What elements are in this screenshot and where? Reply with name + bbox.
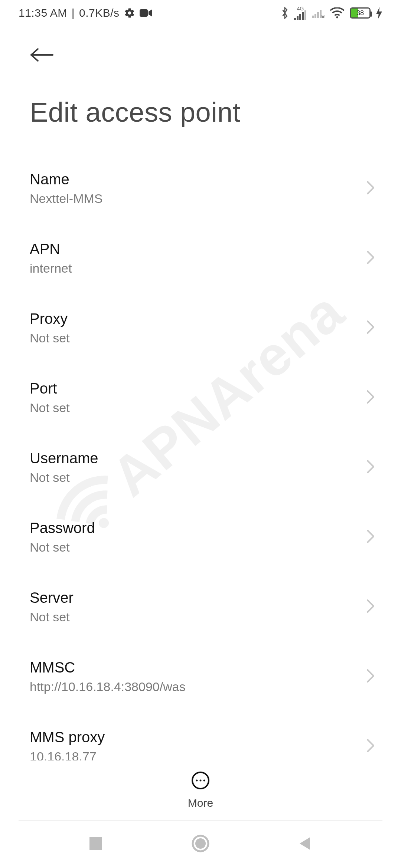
setting-value: internet [30,261,358,276]
setting-value: Not set [30,401,358,415]
setting-row-proxy[interactable]: ProxyNot set [30,293,379,363]
setting-value: Not set [30,540,358,555]
settings-list[interactable]: NameNexttel-MMSAPNinternetProxyNot setPo… [0,139,401,851]
svg-rect-6 [312,16,314,18]
setting-label: Port [30,380,358,397]
setting-row-name[interactable]: NameNexttel-MMS [30,154,379,224]
bluetooth-icon [281,7,289,19]
navigation-bar [0,821,401,868]
svg-rect-16 [89,837,102,850]
signal-bars-icon [294,10,307,20]
setting-row-main: ProxyNot set [30,310,358,345]
setting-label: MMSC [30,659,358,676]
arrow-left-icon [30,47,54,64]
setting-value: http://10.16.18.4:38090/was [30,680,358,694]
nav-home-button[interactable] [191,834,210,855]
setting-value: Nexttel-MMS [30,191,358,206]
setting-row-main: MMSChttp://10.16.18.4:38090/was [30,659,358,694]
svg-rect-3 [299,14,301,20]
setting-label: Name [30,171,358,188]
setting-row-main: PasswordNot set [30,520,358,555]
wifi-icon [330,7,345,19]
signal-1: 4G [294,6,307,20]
svg-point-13 [196,780,198,782]
back-button[interactable] [30,46,56,65]
battery-percent: 38 [351,8,369,18]
setting-row-mmsc[interactable]: MMSChttp://10.16.18.4:38090/was [30,642,379,712]
svg-rect-4 [302,12,304,20]
setting-label: Username [30,450,358,467]
more-label: More [188,797,213,809]
svg-point-18 [195,838,206,849]
svg-rect-2 [297,16,299,20]
setting-label: Server [30,589,358,606]
svg-point-10 [336,16,338,18]
svg-point-14 [199,780,201,782]
circle-icon [191,848,210,854]
svg-rect-9 [320,10,322,18]
svg-rect-8 [317,12,319,18]
setting-value: Not set [30,331,358,345]
setting-row-main: APNinternet [30,241,358,276]
chevron-right-icon [365,528,379,546]
setting-row-main: MMS proxy10.16.18.77 [30,729,358,764]
toolbar [0,26,401,76]
setting-label: MMS proxy [30,729,358,746]
title-wrap: Edit access point [0,76,401,139]
setting-label: Password [30,520,358,536]
status-net-speed: 0.7KB/s [79,7,120,19]
chevron-right-icon [365,598,379,616]
action-bar: More [0,760,401,820]
setting-row-password[interactable]: PasswordNot set [30,503,379,572]
status-sep: | [72,7,75,19]
status-bar: 11:35 AM | 0.7KB/s 4G 38 [0,0,401,26]
chevron-right-icon [365,668,379,685]
status-left: 11:35 AM | 0.7KB/s [19,7,152,19]
svg-point-15 [203,780,205,782]
chevron-right-icon [365,249,379,267]
setting-row-server[interactable]: ServerNot set [30,572,379,642]
svg-rect-7 [314,14,316,18]
chevron-right-icon [365,458,379,476]
chevron-right-icon [365,319,379,337]
nav-back-button[interactable] [297,836,313,853]
setting-row-main: PortNot set [30,380,358,415]
svg-rect-5 [304,10,306,20]
setting-row-apn[interactable]: APNinternet [30,224,379,293]
setting-label: APN [30,241,358,257]
square-icon [88,846,104,852]
nav-recents-button[interactable] [88,836,104,853]
setting-label: Proxy [30,310,358,327]
charging-icon [376,7,382,19]
chevron-right-icon [365,389,379,407]
chevron-right-icon [365,180,379,197]
svg-rect-1 [294,18,296,20]
setting-row-main: NameNexttel-MMS [30,171,358,206]
battery-indicator: 38 [350,7,371,19]
setting-row-port[interactable]: PortNot set [30,363,379,433]
camera-icon [140,9,152,17]
status-right: 4G 38 [281,6,382,20]
setting-row-main: ServerNot set [30,589,358,624]
signal-2-no-sim-icon [312,8,325,18]
setting-value: Not set [30,610,358,624]
setting-row-main: UsernameNot set [30,450,358,485]
more-icon [191,771,210,792]
chevron-right-icon [365,737,379,755]
status-time: 11:35 AM [19,7,67,19]
gear-icon [124,7,135,19]
svg-rect-0 [140,9,148,17]
page-title: Edit access point [30,96,371,128]
more-button[interactable]: More [188,771,213,809]
triangle-left-icon [297,846,313,852]
setting-value: Not set [30,470,358,485]
setting-row-username[interactable]: UsernameNot set [30,433,379,503]
